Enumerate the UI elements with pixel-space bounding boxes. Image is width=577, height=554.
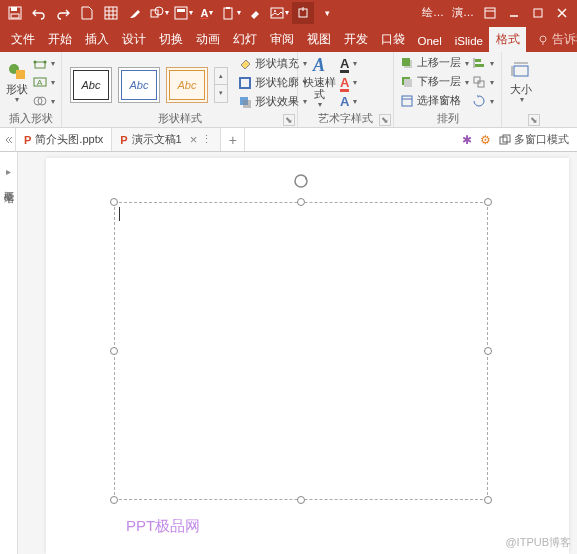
close-tab-button[interactable]: × — [190, 132, 198, 147]
size-launcher[interactable]: ⬊ — [528, 114, 540, 126]
svg-point-54 — [295, 175, 307, 187]
style-thumb-3[interactable]: Abc — [166, 67, 208, 103]
resize-handle-w[interactable] — [110, 347, 118, 355]
svg-rect-37 — [243, 100, 251, 108]
text-fill-button[interactable]: A▾ — [338, 54, 359, 72]
merge-shapes-button[interactable]: ▾ — [31, 92, 57, 110]
tell-me-search[interactable]: 告诉我… — [530, 27, 577, 52]
layout-qat-button[interactable]: ▾ — [172, 2, 194, 24]
minimize-button[interactable] — [503, 2, 525, 24]
svg-rect-21 — [534, 9, 542, 17]
tab-islide[interactable]: iSlide — [448, 30, 489, 52]
tab-format[interactable]: 格式 — [489, 27, 526, 52]
edit-shape-button[interactable]: ▾ — [31, 54, 57, 72]
rt-icon-2[interactable]: ⚙ — [480, 133, 491, 147]
ribbon-options-button[interactable] — [479, 2, 501, 24]
tab-koudai[interactable]: 口袋 — [374, 27, 411, 52]
svg-rect-3 — [105, 7, 117, 19]
tab-home[interactable]: 开始 — [41, 27, 78, 52]
align-button[interactable]: ▾ — [470, 54, 496, 72]
resize-handle-sw[interactable] — [110, 496, 118, 504]
align-icon — [472, 56, 486, 70]
svg-rect-48 — [478, 81, 484, 87]
image-qat-button[interactable]: ▾ — [268, 2, 290, 24]
paste-qat-button[interactable]: ▾ — [220, 2, 242, 24]
watermark-text-1: PPT极品网 — [126, 517, 200, 536]
tab-insert[interactable]: 插入 — [78, 27, 115, 52]
tab-slideshow[interactable]: 幻灯 — [226, 27, 263, 52]
rt-icon-1[interactable]: ✱ — [462, 133, 472, 147]
close-button[interactable] — [551, 2, 573, 24]
font-color-button[interactable]: A▾ — [196, 2, 218, 24]
qat-more-button[interactable]: ▾ — [316, 2, 338, 24]
tab-file[interactable]: 文件 — [4, 27, 41, 52]
shapes-button[interactable]: 形状 ▾ — [4, 54, 29, 110]
tab-transitions[interactable]: 切换 — [152, 27, 189, 52]
size-button[interactable]: 大小 ▾ — [506, 54, 536, 110]
tab-review[interactable]: 审阅 — [263, 27, 300, 52]
resize-handle-ne[interactable] — [484, 198, 492, 206]
svg-rect-35 — [240, 78, 250, 88]
title-bar: ▾ ▾ A▾ ▾ ▾ ▾ 绘… 演… — [0, 0, 577, 25]
maximize-button[interactable] — [527, 2, 549, 24]
resize-handle-nw[interactable] — [110, 198, 118, 206]
svg-point-30 — [44, 61, 47, 64]
outline-pane[interactable]: ▸ 概要缩 — [0, 152, 18, 554]
rotate-button[interactable]: ▾ — [470, 92, 496, 110]
tab-developer[interactable]: 开发 — [337, 27, 374, 52]
tab-animations[interactable]: 动画 — [189, 27, 226, 52]
rotate-handle[interactable] — [293, 173, 309, 189]
table-button[interactable] — [100, 2, 122, 24]
redo-button[interactable] — [52, 2, 74, 24]
workspace: ▸ 概要缩 + PPT极品网 @ITPUB博客 — [0, 152, 577, 554]
shapes-qat-button[interactable]: ▾ — [148, 2, 170, 24]
doc-tab-2[interactable]: P 演示文稿1 × ⋮ — [112, 128, 221, 151]
undo-button[interactable] — [28, 2, 50, 24]
doc-tab-2-label: 演示文稿1 — [132, 132, 182, 147]
tab-design[interactable]: 设计 — [115, 27, 152, 52]
svg-point-9 — [155, 7, 163, 15]
slide-canvas[interactable]: + PPT极品网 — [46, 158, 569, 554]
send-backward-button[interactable]: 下移一层▾ — [398, 73, 468, 91]
selection-pane-button[interactable]: 选择窗格 — [398, 92, 468, 110]
text-box-button[interactable]: A▾ — [31, 73, 57, 91]
wordart-icon: A — [313, 55, 325, 76]
resize-handle-se[interactable] — [484, 496, 492, 504]
resize-handle-s[interactable] — [297, 496, 305, 504]
wordart-launcher[interactable]: ⬊ — [379, 114, 391, 126]
tab-onel[interactable]: Onel — [411, 30, 448, 52]
eraser-button[interactable] — [244, 2, 266, 24]
group-icon — [472, 75, 486, 89]
style-thumb-2[interactable]: Abc — [118, 67, 160, 103]
text-outline-button[interactable]: A▾ — [338, 73, 359, 91]
shape-style-gallery[interactable]: Abc Abc Abc ▴▾ — [70, 62, 228, 108]
bring-forward-button[interactable]: 上移一层▾ — [398, 54, 468, 72]
new-tab-button[interactable]: + — [221, 128, 245, 151]
text-box-shape[interactable] — [114, 202, 488, 500]
quick-styles-button[interactable]: A 快速样式 ▾ — [302, 54, 336, 110]
addon-qat-button[interactable] — [292, 2, 314, 24]
gallery-more-button[interactable]: ▴▾ — [214, 67, 228, 103]
group-objects-button[interactable]: ▾ — [470, 73, 496, 91]
resize-handle-n[interactable] — [297, 198, 305, 206]
resize-handle-e[interactable] — [484, 347, 492, 355]
multi-window-button[interactable]: 多窗口模式 — [499, 132, 569, 147]
highlighter-button[interactable] — [124, 2, 146, 24]
doc-tab-1[interactable]: P 简介头图.pptx — [16, 128, 112, 151]
group-wordart-styles: A 快速样式 ▾ A▾ A▾ A▾ 艺术字样式 ⬊ — [298, 52, 394, 127]
shape-styles-launcher[interactable]: ⬊ — [283, 114, 295, 126]
save-button[interactable] — [4, 2, 26, 24]
new-file-button[interactable] — [76, 2, 98, 24]
text-effects-button[interactable]: A▾ — [338, 92, 359, 110]
svg-rect-8 — [151, 10, 158, 17]
watermark-text-2: @ITPUB博客 — [505, 535, 571, 550]
style-thumb-1[interactable]: Abc — [70, 67, 112, 103]
svg-rect-14 — [271, 8, 283, 18]
tab-view[interactable]: 视图 — [300, 27, 337, 52]
bulb-icon — [537, 34, 549, 46]
expand-icon[interactable]: ▸ — [6, 166, 11, 177]
tab-menu-button[interactable]: ⋮ — [201, 133, 212, 146]
collapse-button[interactable] — [0, 128, 16, 152]
group-size: 大小 ▾ ⬊ — [502, 52, 542, 127]
svg-rect-11 — [177, 9, 185, 12]
